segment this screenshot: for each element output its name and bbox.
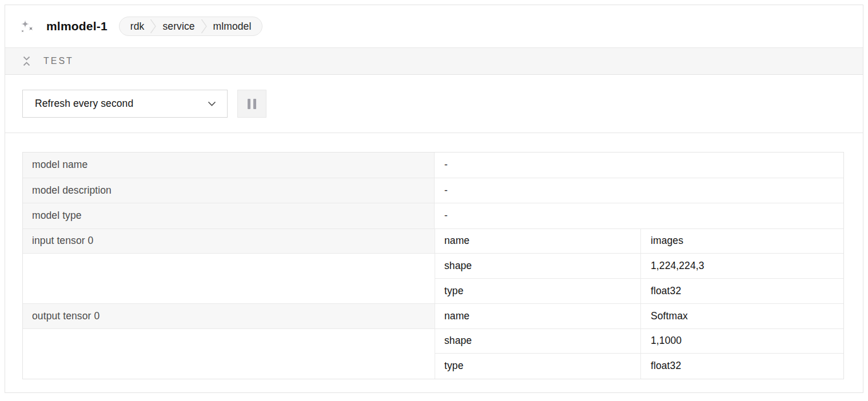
field-value: float32 [641, 279, 843, 304]
row-label: model name [23, 153, 435, 178]
pause-icon [248, 99, 256, 109]
table-row: model description - [23, 178, 843, 204]
tensor-field-row: shape 1,1000 [435, 329, 843, 354]
breadcrumb-item-service: service [162, 21, 194, 33]
breadcrumb-separator-icon [201, 17, 208, 35]
field-value: 1,1000 [641, 329, 843, 354]
field-key: shape [435, 254, 641, 278]
row-value: - [435, 178, 843, 203]
row-label: model type [23, 203, 435, 228]
chevron-down-icon [208, 101, 216, 107]
field-value: float32 [641, 354, 843, 379]
field-key: type [435, 279, 641, 304]
pause-button[interactable] [237, 90, 266, 118]
field-value: 1,224,224,3 [641, 254, 843, 278]
table-row: model type - [23, 203, 843, 229]
field-key: name [435, 304, 641, 328]
field-value: images [641, 229, 843, 254]
model-info-table: model name - model description - model t… [22, 152, 844, 379]
mlmodel-panel: mlmodel-1 rdk service mlmodel TEST Refre… [5, 5, 863, 393]
panel-header: mlmodel-1 rdk service mlmodel [5, 5, 863, 48]
field-key: type [435, 354, 641, 379]
field-key: name [435, 229, 641, 254]
tensor-field-row: name Softmax [435, 304, 843, 329]
row-value: - [435, 203, 843, 228]
tensor-field-row: type float32 [435, 279, 843, 304]
sparkles-icon [19, 19, 34, 34]
table-row: model name - [23, 153, 843, 178]
tensor-group-label: output tensor 0 [23, 304, 435, 329]
tensor-field-row: type float32 [435, 354, 843, 379]
tensor-group-label: input tensor 0 [23, 229, 435, 254]
row-label: model description [23, 178, 435, 203]
breadcrumb-item-rdk: rdk [130, 21, 145, 33]
test-section-label: TEST [43, 56, 74, 66]
field-key: shape [435, 329, 641, 354]
tensor-field-row: shape 1,224,224,3 [435, 254, 843, 279]
panel-title: mlmodel-1 [46, 19, 107, 33]
controls-row: Refresh every second [5, 75, 863, 133]
test-section-header[interactable]: TEST [5, 48, 863, 75]
test-content: model name - model description - model t… [5, 133, 863, 379]
refresh-interval-value: Refresh every second [35, 98, 133, 110]
tensor-field-row: name images [435, 229, 843, 254]
tensor-group-input-0: input tensor 0 name images shape 1,224,2… [23, 229, 843, 304]
breadcrumb: rdk service mlmodel [119, 17, 263, 36]
row-value: - [435, 153, 843, 178]
refresh-interval-select[interactable]: Refresh every second [22, 90, 228, 118]
breadcrumb-item-mlmodel: mlmodel [213, 21, 252, 33]
breadcrumb-separator-icon [150, 17, 157, 35]
field-value: Softmax [641, 304, 843, 328]
collapse-vertical-icon [22, 55, 31, 67]
tensor-group-output-0: output tensor 0 name Softmax shape 1,100… [23, 304, 843, 379]
